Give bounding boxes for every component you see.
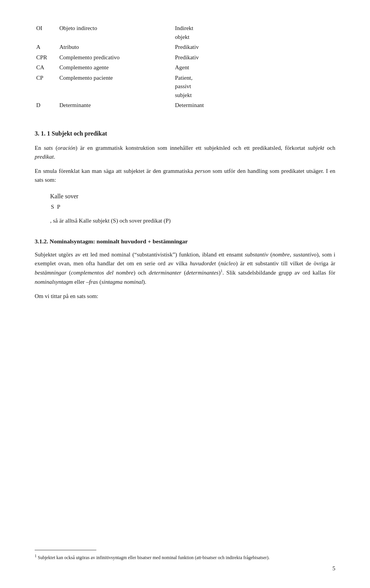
abbr-cell: CA	[35, 62, 58, 73]
spanish-cell: Atributo	[58, 42, 173, 52]
example-explanation: , så är alltså Kalle subjekt (S) och sov…	[50, 216, 335, 225]
swedish-abbr-cell: Agent	[173, 62, 205, 73]
section-3-1-2-heading: 3.1.2. Nominalsyntagm: nominalt huvudord…	[35, 237, 335, 246]
footnote-section: 1 Subjektet kan också utgöras av infinit…	[35, 538, 335, 561]
abbreviation-table-section: OI Objeto indirecto Indirekt objekt A At…	[35, 23, 335, 111]
section-3-1-2-body1: Subjektet utgörs av ett led med nominal …	[35, 250, 335, 286]
swedish-cell	[205, 73, 335, 101]
section-3-1-intro: En sats (oración) är en grammatisk konst…	[35, 144, 335, 162]
abbr-cell: A	[35, 42, 58, 52]
swedish-cell	[205, 23, 335, 42]
table-row: OI Objeto indirecto Indirekt objekt	[35, 23, 335, 42]
section-3-1-2-number: 3.1.2.	[35, 238, 48, 245]
section-3-1: 3. 1. 1 Subjekt och predikat	[35, 129, 335, 138]
footnote-content: Subjektet kan också utgöras av infinitiv…	[38, 555, 270, 560]
footnote-divider	[35, 550, 96, 550]
section-3-1-2: 3.1.2. Nominalsyntagm: nominalt huvudord…	[35, 237, 335, 246]
spanish-cell: Complemento paciente	[58, 73, 173, 101]
page: OI Objeto indirecto Indirekt objekt A At…	[0, 0, 370, 588]
table-row: CPR Complemento predicativo Predikativ	[35, 52, 335, 63]
swedish-cell	[205, 52, 335, 63]
spanish-cell: Determinante	[58, 100, 173, 111]
spanish-cell: Complemento predicativo	[58, 52, 173, 63]
swedish-abbr-cell: Patient, passivt subjekt	[173, 73, 205, 101]
section-3-1-number: 3. 1.	[35, 130, 45, 137]
table-row: D Determinante Determinant	[35, 100, 335, 111]
spanish-cell: Objeto indirecto	[58, 23, 173, 42]
example-labels: S P	[51, 203, 335, 211]
footnote-ref-1: 1	[220, 269, 222, 273]
swedish-abbr-cell: Indirekt objekt	[173, 23, 205, 42]
swedish-abbr-cell: Determinant	[173, 100, 205, 111]
swedish-cell	[205, 42, 335, 52]
swedish-abbr-cell: Predikativ	[173, 42, 205, 52]
abbr-cell: CP	[35, 73, 58, 101]
section-3-1-2-body2: Om vi tittar på en sats som:	[35, 292, 335, 301]
intro-text-part1: En sats (oración) är en grammatisk konst…	[35, 145, 335, 160]
body1-text: En smula förenklat kan man säga att subj…	[35, 168, 335, 183]
table-row: CP Complemento paciente Patient, passivt…	[35, 73, 335, 101]
footnote-text: 1 Subjektet kan också utgöras av infinit…	[35, 553, 335, 561]
section-3-1-title: 1 Subjekt och predikat	[47, 130, 107, 137]
footnote-number: 1	[35, 554, 37, 558]
table-row: A Atributo Predikativ	[35, 42, 335, 52]
abbreviation-table: OI Objeto indirecto Indirekt objekt A At…	[35, 23, 335, 111]
swedish-abbr-cell: Predikativ	[173, 52, 205, 63]
section-3-1-body1: En smula förenklat kan man säga att subj…	[35, 167, 335, 185]
example-explanation-text: , så är alltså Kalle subjekt (S) och sov…	[50, 218, 171, 224]
section-3-1-2-title: Nominalsyntagm: nominalt huvudord + best…	[50, 238, 188, 245]
table-row: CA Complemento agente Agent	[35, 62, 335, 73]
swedish-cell	[205, 100, 335, 111]
abbr-cell: D	[35, 100, 58, 111]
abbr-cell: OI	[35, 23, 58, 42]
spanish-cell: Complemento agente	[58, 62, 173, 73]
example-block: Kalle sover S P , så är alltså Kalle sub…	[50, 192, 335, 225]
swedish-cell	[205, 62, 335, 73]
abbr-cell: CPR	[35, 52, 58, 63]
page-number: 5	[333, 564, 336, 573]
example-sentence: Kalle sover	[50, 192, 335, 201]
section-3-1-heading: 3. 1. 1 Subjekt och predikat	[35, 129, 335, 138]
